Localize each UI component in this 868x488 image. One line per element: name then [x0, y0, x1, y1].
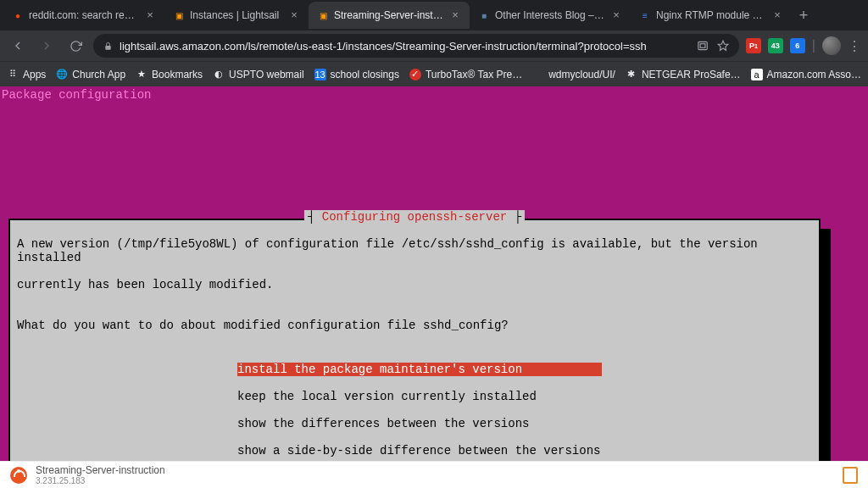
svg-rect-1	[698, 42, 708, 49]
dialog-title: Configuring openssh-server	[304, 210, 525, 224]
aws-icon: ▣	[173, 9, 185, 21]
close-icon[interactable]: ×	[449, 9, 461, 21]
browser-chrome: ● reddit.com: search results - hls × ▣ I…	[0, 0, 868, 86]
reader-icon[interactable]	[697, 40, 709, 52]
tab-strip: ● reddit.com: search results - hls × ▣ I…	[0, 0, 868, 30]
tab-title: reddit.com: search results - hls	[29, 9, 139, 21]
ext-icon-1[interactable]: P1	[746, 38, 761, 53]
extension-icons: P1 43 6	[746, 38, 805, 53]
bookmark-item[interactable]: ✱NETGEAR ProSafe…	[626, 69, 741, 80]
amazon-icon: a	[751, 69, 763, 80]
new-tab-button[interactable]: +	[792, 3, 815, 27]
reddit-icon: ●	[12, 9, 24, 21]
ext-icon-3[interactable]: 6	[790, 38, 805, 53]
back-button[interactable]	[7, 35, 29, 57]
bookmark-item[interactable]: ◐USPTO webmail	[213, 69, 303, 80]
instance-ip: 3.231.25.183	[36, 476, 165, 485]
bookmark-bar: ⠿Apps 🌐Church App ★Bookmarks ◐USPTO webm…	[0, 61, 868, 86]
bookmark-item[interactable]: 🌐Church App	[56, 69, 125, 80]
aws-icon: ▣	[317, 9, 329, 21]
toolbar: lightsail.aws.amazon.com/ls/remote/us-ea…	[0, 30, 868, 61]
globe-icon: 🌐	[56, 69, 68, 80]
svg-marker-3	[718, 41, 728, 50]
dialog-prompt: What do you want to do about modified co…	[17, 319, 812, 332]
close-icon[interactable]: ×	[288, 9, 300, 21]
tab-3[interactable]: ■ Other Interests Blog – Tim's Dr ×	[470, 2, 631, 29]
star-icon[interactable]	[717, 40, 729, 52]
close-icon[interactable]: ×	[771, 9, 783, 21]
address-bar[interactable]: lightsail.aws.amazon.com/ls/remote/us-ea…	[93, 34, 739, 58]
bookmark-item[interactable]: 13school closings	[314, 69, 399, 80]
terminal-viewport[interactable]: Package configuration Configuring openss…	[0, 86, 868, 461]
close-icon[interactable]: ×	[610, 9, 622, 21]
tab-title: Nginx RTMP module on Ubuntu	[656, 9, 766, 21]
bookmark-item[interactable]: wdmycloud/UI/	[532, 69, 615, 80]
instance-info: Streaming-Server-instruction 3.231.25.18…	[36, 464, 165, 485]
reload-button[interactable]	[64, 35, 86, 57]
dialog-option[interactable]: show the differences between the version…	[237, 417, 602, 430]
doc-icon: ≡	[639, 9, 651, 21]
dialog-option-selected[interactable]: install the package maintainer's version	[237, 363, 602, 376]
bookmark-item[interactable]: aAmazon.com Asso…	[751, 69, 861, 80]
dialog-option[interactable]: keep the local version currently install…	[237, 390, 602, 403]
dialog-message-line: A new version (/tmp/file5yo8WL) of confi…	[17, 237, 812, 264]
dialog-option[interactable]: show a side-by-side difference between t…	[237, 444, 602, 458]
package-config-header: Package configuration	[0, 86, 868, 103]
snow-icon: 13	[314, 69, 326, 80]
profile-avatar[interactable]	[822, 36, 841, 55]
kebab-menu-icon[interactable]: ⋮	[848, 38, 861, 54]
config-dialog: Configuring openssh-server A new version…	[8, 219, 821, 488]
tab-title: Other Interests Blog – Tim's Dr	[495, 9, 605, 21]
tab-2[interactable]: ▣ Streaming-Server-instruction ×	[309, 2, 470, 29]
omnibox-actions	[697, 40, 729, 52]
bookmark-item[interactable]: ✓TurboTax® Tax Pre…	[409, 69, 522, 80]
tab-title: Instances | Lightsail	[190, 9, 283, 21]
bookmark-apps[interactable]: ⠿Apps	[7, 69, 46, 80]
star-icon: ★	[136, 69, 147, 80]
svg-rect-2	[700, 44, 705, 48]
url-text: lightsail.aws.amazon.com/ls/remote/us-ea…	[120, 40, 690, 53]
lightsail-footer: Streaming-Server-instruction 3.231.25.18…	[0, 461, 868, 488]
blog-icon: ■	[478, 9, 490, 21]
tab-4[interactable]: ≡ Nginx RTMP module on Ubuntu ×	[631, 2, 792, 29]
close-icon[interactable]: ×	[144, 9, 156, 21]
apps-icon: ⠿	[7, 69, 19, 80]
tab-title: Streaming-Server-instruction	[334, 9, 444, 21]
check-icon: ✓	[409, 69, 421, 80]
bookmark-item[interactable]: ★Bookmarks	[136, 69, 203, 80]
blank-icon	[532, 69, 544, 80]
lock-icon	[103, 42, 113, 51]
dialog-message-line: currently has been locally modified.	[17, 278, 812, 291]
divider: |	[812, 38, 815, 53]
tab-0[interactable]: ● reddit.com: search results - hls ×	[3, 2, 164, 29]
instance-name: Streaming-Server-instruction	[36, 464, 165, 476]
mail-icon: ◐	[213, 69, 225, 80]
tab-1[interactable]: ▣ Instances | Lightsail ×	[164, 2, 309, 29]
clipboard-icon[interactable]	[843, 467, 858, 484]
forward-button[interactable]	[36, 35, 58, 57]
dialog-shadow	[821, 229, 831, 474]
gear-icon: ✱	[626, 69, 637, 80]
ext-icon-2[interactable]: 43	[768, 38, 783, 53]
svg-rect-0	[105, 46, 110, 50]
ubuntu-icon	[10, 467, 27, 484]
